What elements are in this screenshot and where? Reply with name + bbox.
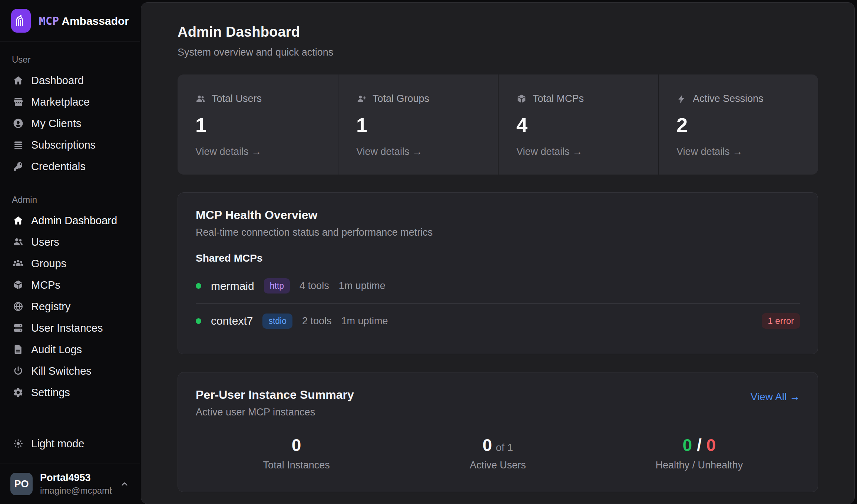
package-icon xyxy=(516,94,527,104)
sidebar-item-label: Subscriptions xyxy=(31,139,96,151)
stat-value: 2 xyxy=(676,113,800,136)
stat-value: 1 xyxy=(356,113,480,136)
user-menu[interactable]: PO Portal4953 imagine@mcpamba... xyxy=(0,464,140,504)
view-details-link[interactable]: View details → xyxy=(195,146,261,158)
stats-row: Total Users1View details →Total Groups1V… xyxy=(178,74,818,175)
stat-label: Total Groups xyxy=(356,93,480,105)
sidebar-item-mcps[interactable]: MCPs xyxy=(6,275,134,295)
health-card-title: MCP Health Overview xyxy=(196,208,800,222)
uptime: 1m uptime xyxy=(341,315,388,327)
sidebar-item-users[interactable]: Users xyxy=(6,232,134,252)
gear-icon xyxy=(13,387,24,398)
stat-label: Active Sessions xyxy=(676,93,800,105)
sidebar-item-my-clients[interactable]: My Clients xyxy=(6,113,134,134)
mcp-row-mermaid: mermaidhttp4 tools1m uptime xyxy=(196,269,800,304)
status-dot-healthy xyxy=(196,318,201,324)
globe-icon xyxy=(13,301,24,312)
sun-icon xyxy=(13,438,24,449)
sidebar-item-marketplace[interactable]: Marketplace xyxy=(6,92,134,112)
instance-summary-stats: 0Total Instances0of 1Active Users0 / 0He… xyxy=(196,435,800,471)
sidebar-item-admin-dashboard[interactable]: Admin Dashboard xyxy=(6,210,134,231)
server-icon xyxy=(13,322,24,334)
stat-value: 4 xyxy=(516,113,640,136)
sidebar: MCP Ambassador UserDashboardMarketplaceM… xyxy=(0,0,140,504)
tools-count: 2 tools xyxy=(302,315,332,327)
sidebar-item-label: User Instances xyxy=(31,322,103,334)
summary-stat-label: Total Instances xyxy=(196,460,397,471)
sidebar-item-user-instances[interactable]: User Instances xyxy=(6,318,134,338)
user-plus-icon xyxy=(356,94,367,104)
stat-label-text: Total MCPs xyxy=(533,93,584,105)
sidebar-item-label: Kill Switches xyxy=(31,365,92,377)
store-icon xyxy=(13,96,24,107)
stat-label: Total Users xyxy=(195,93,320,105)
stat-card-total-groups: Total Groups1View details → xyxy=(338,74,498,175)
rows-icon xyxy=(13,139,24,150)
app-logo-icon xyxy=(11,9,31,33)
view-details-link[interactable]: View details → xyxy=(676,146,742,158)
view-details-link[interactable]: View details → xyxy=(516,146,582,158)
nav-section-label-user: User xyxy=(12,54,128,65)
summary-stat-value: 0 / 0 xyxy=(599,435,800,455)
stat-card-total-mcps: Total MCPs4View details → xyxy=(498,74,658,175)
sidebar-item-label: Users xyxy=(31,236,59,248)
brand-prefix: MCP xyxy=(39,14,59,27)
theme-toggle-label: Light mode xyxy=(31,438,85,450)
mcp-row-context7: context7stdio2 tools1m uptime1 error xyxy=(196,304,800,338)
sidebar-item-audit-logs[interactable]: Audit Logs xyxy=(6,339,134,360)
status-dot-healthy xyxy=(196,283,201,289)
stat-label: Total MCPs xyxy=(516,93,640,105)
summary-stat-active-users: 0of 1Active Users xyxy=(397,435,598,471)
sidebar-item-label: Admin Dashboard xyxy=(31,215,117,227)
user-name: Portal4953 xyxy=(40,472,112,484)
zap-icon xyxy=(676,94,687,104)
brand: MCP Ambassador xyxy=(0,0,140,42)
sidebar-item-registry[interactable]: Registry xyxy=(6,296,134,317)
stat-card-total-users: Total Users1View details → xyxy=(178,74,338,175)
shared-mcps-label: Shared MCPs xyxy=(196,252,800,264)
home-icon xyxy=(13,215,24,226)
key-icon xyxy=(13,161,24,172)
sidebar-item-label: My Clients xyxy=(31,117,81,130)
summary-stat-suffix: of 1 xyxy=(496,442,513,453)
user-circle-icon xyxy=(13,118,24,129)
sidebar-item-dashboard[interactable]: Dashboard xyxy=(6,70,134,91)
view-all-link[interactable]: View All → xyxy=(751,391,800,403)
summary-stat-value: 0 xyxy=(196,435,397,455)
transport-badge: stdio xyxy=(262,314,292,329)
home-icon xyxy=(13,75,24,86)
sidebar-item-label: Settings xyxy=(31,387,70,399)
summary-stat-total-instances: 0Total Instances xyxy=(196,435,397,471)
user-email: imagine@mcpamba... xyxy=(40,485,112,496)
brand-name: Ambassador xyxy=(62,15,129,27)
page-title: Admin Dashboard xyxy=(178,24,818,40)
tools-count: 4 tools xyxy=(300,280,329,292)
stat-label-text: Active Sessions xyxy=(693,93,764,105)
mcp-name: context7 xyxy=(211,315,253,327)
stat-value: 1 xyxy=(195,113,320,136)
sidebar-item-settings[interactable]: Settings xyxy=(6,382,134,403)
view-details-link[interactable]: View details → xyxy=(356,146,422,158)
sidebar-item-credentials[interactable]: Credentials xyxy=(6,156,134,177)
sidebar-item-label: MCPs xyxy=(31,279,60,291)
summary-stat-value: 0of 1 xyxy=(397,435,598,455)
sidebar-item-label: Audit Logs xyxy=(31,344,82,356)
sidebar-item-label: Registry xyxy=(31,301,70,313)
sidebar-item-label: Credentials xyxy=(31,160,86,173)
health-card: MCP Health Overview Real-time connection… xyxy=(178,192,818,354)
stat-label-text: Total Users xyxy=(212,93,262,105)
app-title: MCP Ambassador xyxy=(39,14,129,27)
theme-toggle[interactable]: Light mode xyxy=(0,433,140,454)
sidebar-item-subscriptions[interactable]: Subscriptions xyxy=(6,135,134,155)
sidebar-item-groups[interactable]: Groups xyxy=(6,253,134,274)
error-count-badge: 1 error xyxy=(762,313,800,329)
users-icon xyxy=(13,236,24,248)
instance-summary-title: Per-User Instance Summary xyxy=(196,388,354,402)
chevron-up-icon xyxy=(119,479,130,489)
stat-label-text: Total Groups xyxy=(373,93,429,105)
users-icon xyxy=(195,94,206,104)
sidebar-item-label: Dashboard xyxy=(31,74,84,87)
mcp-health-list: mermaidhttp4 tools1m uptimecontext7stdio… xyxy=(196,269,800,338)
instance-summary-subtitle: Active user MCP instances xyxy=(196,407,354,418)
sidebar-item-kill-switches[interactable]: Kill Switches xyxy=(6,361,134,381)
